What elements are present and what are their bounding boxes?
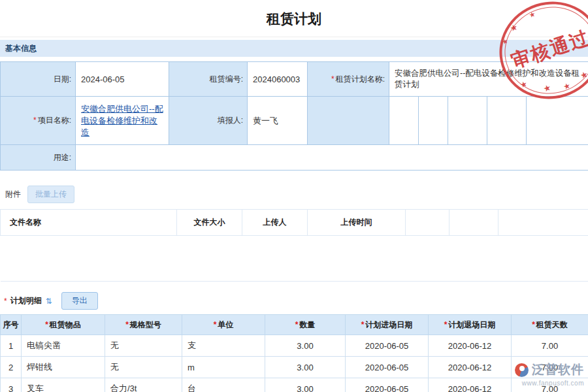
table-cell: 合力/3t bbox=[105, 378, 182, 392]
sort-icon[interactable]: ⇅ bbox=[46, 297, 52, 306]
table-cell: 2020-06-05 bbox=[346, 335, 429, 357]
plan-name-value: 安徽合肥供电公司--配电设备检修维护和改造设备租赁计划 bbox=[389, 62, 588, 97]
required-mark: * bbox=[295, 320, 299, 329]
form-row-1: 日期: 2024-06-05 租赁编号: 2024060003 *租赁计划名称:… bbox=[1, 62, 588, 97]
table-row[interactable]: 3叉车合力/3t台3.002020-06-052020-06-127.00 bbox=[1, 378, 588, 392]
rental-no-label: 租赁编号: bbox=[169, 62, 248, 97]
table-cell: 7.00 bbox=[512, 335, 588, 357]
attachments-title: 附件 bbox=[5, 189, 21, 200]
column-header: *单位 bbox=[182, 315, 265, 335]
rental-no-value: 2024060003 bbox=[248, 62, 308, 97]
column-header: *租赁天数 bbox=[512, 315, 588, 335]
table-cell: 2020-06-05 bbox=[346, 378, 429, 392]
empty-cell bbox=[527, 97, 588, 145]
form-row-3: 用途: bbox=[1, 145, 588, 171]
column-header: *计划进场日期 bbox=[346, 315, 429, 335]
column-header bbox=[498, 210, 588, 236]
table-cell: 无 bbox=[105, 335, 182, 357]
required-mark: * bbox=[33, 116, 37, 125]
required-mark: * bbox=[45, 320, 48, 329]
section-header-basic-info: 基本信息 bbox=[0, 40, 588, 57]
project-label: *项目名称: bbox=[1, 97, 76, 145]
required-mark: * bbox=[532, 320, 535, 329]
table-cell: 焊钳线 bbox=[22, 357, 105, 378]
page-title: 租赁计划 bbox=[0, 0, 588, 37]
required-mark: * bbox=[125, 320, 129, 329]
table-cell: 2 bbox=[1, 357, 22, 378]
attachments-table: 文件名称文件大小上传人上传时间 bbox=[0, 209, 588, 282]
plan-name-label: *租赁计划名称: bbox=[308, 62, 389, 97]
attachments-empty-area bbox=[1, 236, 588, 282]
empty-cell bbox=[389, 97, 419, 145]
filler-value: 黄一飞 bbox=[248, 97, 308, 145]
table-cell: 支 bbox=[182, 335, 265, 357]
column-header bbox=[406, 210, 449, 236]
table-cell: 3 bbox=[1, 378, 22, 392]
required-mark: * bbox=[4, 297, 7, 306]
section-title: 基本信息 bbox=[5, 44, 37, 53]
date-value: 2024-06-05 bbox=[76, 62, 169, 97]
column-header: 上传时间 bbox=[308, 210, 406, 236]
column-header: 文件大小 bbox=[177, 210, 242, 236]
table-cell: 3.00 bbox=[265, 335, 346, 357]
table-cell: 3.00 bbox=[265, 357, 346, 378]
export-button[interactable]: 导出 bbox=[61, 292, 98, 310]
table-row[interactable]: 2焊钳线无m3.002020-06-052020-06-127.00 bbox=[1, 357, 588, 378]
required-mark: * bbox=[331, 74, 335, 84]
vendor-logo-icon bbox=[515, 363, 529, 377]
plan-details-bar: * 计划明细 ⇅ 导出 bbox=[0, 289, 588, 312]
date-label: 日期: bbox=[1, 62, 76, 97]
table-cell: 无 bbox=[105, 357, 182, 378]
plan-details-title: 计划明细 bbox=[10, 295, 42, 306]
table-cell: 2020-06-12 bbox=[429, 378, 512, 392]
attachments-header-row: 文件名称文件大小上传人上传时间 bbox=[1, 210, 588, 236]
attachments-bar: 附件 批量上传 bbox=[0, 183, 588, 206]
table-cell: 1 bbox=[1, 335, 22, 357]
empty-cell bbox=[419, 97, 448, 145]
column-header: *租赁物品 bbox=[22, 315, 105, 335]
attachments-empty-row bbox=[1, 236, 588, 282]
plan-details-body: 1电镐尖凿无支3.002020-06-052020-06-127.002焊钳线无… bbox=[1, 335, 588, 392]
filler-label: 填报人: bbox=[169, 97, 248, 145]
table-cell: 台 bbox=[182, 378, 265, 392]
table-cell: m bbox=[182, 357, 265, 378]
project-value-cell: 安徽合肥供电公司--配电设备检修维护和改造 bbox=[76, 97, 169, 145]
column-header: *数量 bbox=[265, 315, 346, 335]
table-cell: 2020-06-12 bbox=[429, 357, 512, 378]
vendor-brand: 泛普软件 bbox=[532, 361, 584, 378]
plan-details-header-row: 序号*租赁物品*规格型号*单位*数量*计划进场日期*计划退场日期*租赁天数 bbox=[1, 315, 588, 335]
empty-cell bbox=[448, 97, 487, 145]
vendor-url: www.fanpusoft.com bbox=[515, 380, 584, 387]
table-row[interactable]: 1电镐尖凿无支3.002020-06-052020-06-127.00 bbox=[1, 335, 588, 357]
plan-details-table: 序号*租赁物品*规格型号*单位*数量*计划进场日期*计划退场日期*租赁天数 1电… bbox=[0, 314, 588, 392]
table-cell: 2020-06-12 bbox=[429, 335, 512, 357]
table-cell: 电镐尖凿 bbox=[22, 335, 105, 357]
column-header: *规格型号 bbox=[105, 315, 182, 335]
batch-upload-button[interactable]: 批量上传 bbox=[27, 186, 74, 203]
table-cell: 3.00 bbox=[265, 378, 346, 392]
required-mark: * bbox=[214, 320, 217, 329]
project-link[interactable]: 安徽合肥供电公司--配电设备检修维护和改造 bbox=[81, 104, 163, 137]
form-row-2: *项目名称: 安徽合肥供电公司--配电设备检修维护和改造 填报人: 黄一飞 bbox=[1, 97, 588, 145]
column-header: 上传人 bbox=[242, 210, 308, 236]
required-mark: * bbox=[361, 320, 365, 329]
table-cell: 叉车 bbox=[22, 378, 105, 392]
column-header bbox=[449, 210, 498, 236]
purpose-label: 用途: bbox=[1, 145, 76, 171]
basic-info-table: 日期: 2024-06-05 租赁编号: 2024060003 *租赁计划名称:… bbox=[0, 61, 588, 171]
empty-label-cell bbox=[308, 97, 389, 145]
purpose-value bbox=[76, 145, 588, 171]
table-cell: 2020-06-05 bbox=[346, 357, 429, 378]
vendor-watermark: 泛普软件 www.fanpusoft.com bbox=[515, 361, 584, 387]
required-mark: * bbox=[444, 320, 448, 329]
column-header: 文件名称 bbox=[1, 210, 177, 236]
column-header: *计划退场日期 bbox=[429, 315, 512, 335]
empty-cell bbox=[487, 97, 527, 145]
column-header: 序号 bbox=[1, 315, 22, 335]
